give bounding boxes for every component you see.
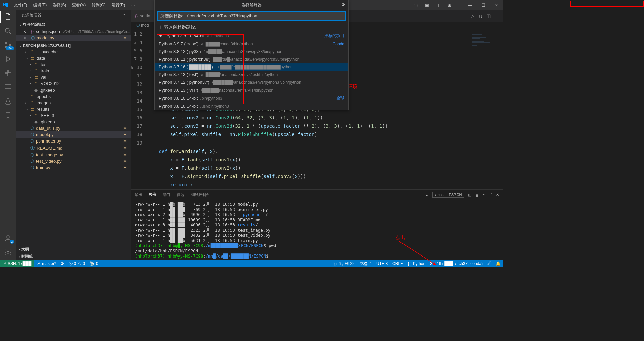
close-icon[interactable]: ✕ — [493, 1, 500, 9]
folder-item[interactable]: ›🗀SRF_3 — [16, 112, 131, 119]
status-sync[interactable]: ⟳ — [58, 261, 66, 266]
workspace-header[interactable]: ⌄ESPCN [SSH: 172.27.62.11] — [16, 42, 131, 49]
minimize-icon[interactable]: — — [466, 1, 474, 9]
quickpick-item[interactable]: Python 3.8.10 64-bit/usr/bin/python3 — [155, 102, 348, 110]
tab-settings[interactable]: {}settin — [131, 10, 154, 22]
folder-item[interactable]: ›🗀val — [16, 74, 131, 80]
folder-item[interactable]: ›🗀test — [16, 61, 131, 68]
more-icon[interactable]: ⋯ — [121, 13, 125, 18]
maximize-icon[interactable]: ☐ — [479, 1, 487, 9]
status-problems[interactable]: ⓧ 0 ⚠ 0 — [66, 261, 87, 267]
extensions-icon[interactable] — [4, 69, 12, 77]
folder-item[interactable]: ⌄🗀results — [16, 106, 131, 112]
menu-edit[interactable]: 编辑(E) — [31, 1, 49, 9]
status-bell-icon[interactable]: 🔔 — [493, 261, 503, 267]
status-feedback-icon[interactable]: ☄ — [485, 261, 493, 267]
account-icon[interactable]: 2 — [4, 234, 12, 242]
quickpick-item[interactable]: Python 3.7.16 ('███████')~/.████/e██████… — [155, 63, 348, 71]
panel-tab-problems[interactable]: 问题 — [177, 192, 184, 197]
quickpick-item[interactable]: Python 3.7.12 ('python37')/███████/anaco… — [155, 78, 348, 86]
menu-file[interactable]: 文件(F) — [11, 1, 30, 9]
close-icon[interactable]: × — [23, 29, 26, 34]
menu-select[interactable]: 选择(S) — [50, 1, 69, 9]
file-item[interactable]: ⬡test_video.pyM — [16, 158, 131, 164]
badge: 2 — [10, 240, 14, 244]
split-editor-icon[interactable]: ◫ — [487, 13, 491, 18]
search-icon[interactable] — [4, 27, 12, 35]
status-ports[interactable]: 📡 0 — [87, 261, 101, 266]
chevron-down-icon[interactable]: ⌄ — [425, 193, 428, 197]
status-remote[interactable]: ⪤ SSH: 17███ — [0, 260, 34, 267]
panel-tab-ports[interactable]: 端口 — [163, 192, 170, 197]
quickpick-enter-path[interactable]: +输入解释器路径... — [155, 23, 348, 32]
source-control-icon[interactable]: 10K — [4, 41, 12, 49]
quickpick-item[interactable]: Python 3.7.13 ('test')/m█████/anaconda3/… — [155, 71, 348, 78]
sidebar-header: 资源管理器 ⋯ — [16, 10, 131, 20]
outline-header[interactable]: ›大纲 — [16, 246, 131, 253]
close-icon[interactable]: × — [23, 35, 26, 41]
trash-icon[interactable]: 🗑 — [475, 193, 479, 197]
folder-item[interactable]: ›🗀__pycache__ — [16, 49, 131, 55]
layout-icon[interactable]: ▢ — [412, 1, 420, 9]
run-icon[interactable]: ▷ — [471, 13, 474, 18]
bookmark-icon[interactable] — [4, 111, 12, 119]
split-icon[interactable]: ⫿⫿ — [478, 13, 483, 18]
settings-gear-icon[interactable] — [4, 248, 12, 257]
run-debug-icon[interactable] — [4, 55, 12, 63]
file-item[interactable]: ⬡model.pyM — [16, 131, 131, 138]
status-encoding[interactable]: UTF-8 — [374, 261, 390, 267]
remote-explorer-icon[interactable] — [4, 83, 12, 91]
split-icon[interactable]: ◫ — [468, 193, 471, 197]
folder-item[interactable]: ›🗀VOC2012 — [16, 80, 131, 87]
folder-item[interactable]: ›🗀epochs — [16, 93, 131, 100]
close-icon[interactable]: ✕ — [496, 193, 499, 197]
status-lang[interactable]: { } Python — [405, 261, 428, 267]
open-editors-header[interactable]: ⌄打开的编辑器 — [16, 21, 131, 28]
file-item[interactable]: ⬡train.pyM — [16, 164, 131, 171]
panel-tab-debug[interactable]: 调试控制台 — [191, 192, 210, 197]
quickpick-item[interactable]: Python 3.9.7 ('base')/m█████conda3/bin/p… — [155, 40, 348, 48]
quickpick-item[interactable]: Python 3.6.13 ('VIT')/██████naconda3/env… — [155, 86, 348, 94]
terminal-content[interactable]: -rw-rw-r-- 1 h█b ██b 713 2月 18 16:53 mod… — [131, 200, 503, 260]
minimap[interactable] — [470, 34, 497, 161]
file-item[interactable]: ◆.gitkeep — [16, 87, 131, 93]
quickpick-item[interactable]: Python 3.8.12 ('py38')/m█████/anaconda3/… — [155, 48, 348, 55]
status-position[interactable]: 行 6，列 22 — [331, 261, 357, 267]
layout-icon[interactable]: ⊞ — [446, 1, 453, 9]
layout-icon[interactable]: ▣ — [423, 1, 431, 9]
chevron-up-icon[interactable]: ˆ — [491, 193, 492, 197]
folder-item[interactable]: ›🗀images — [16, 100, 131, 106]
file-item[interactable]: ⬡psnrmeter.pyM — [16, 138, 131, 144]
menu-view[interactable]: 查看(V) — [69, 1, 88, 9]
explorer-icon[interactable] — [4, 13, 12, 21]
file-item[interactable]: ⓘREADME.mdM — [16, 144, 131, 152]
quickpick-item-star[interactable]: ★Python 3.8.10 64-bit/bin/python3 推荐的项目 — [155, 32, 348, 40]
status-branch[interactable]: ⎇ master* — [34, 261, 58, 266]
testing-icon[interactable] — [4, 97, 12, 105]
vscode-logo-icon — [3, 2, 9, 8]
file-item[interactable]: ◆.gitkeep — [16, 119, 131, 125]
status-eol[interactable]: CRLF — [390, 261, 405, 267]
quickpick-item[interactable]: Python 3.8.11 ('pytorch38')███/da█/anaco… — [155, 55, 348, 63]
open-editor-item[interactable]: ×⬡model.pyM — [16, 35, 131, 41]
open-editor-item[interactable]: ×{}settings.json/C:/Users/17899/AppData/… — [16, 28, 131, 35]
reload-icon[interactable]: ⟳ — [342, 2, 345, 7]
panel-tab-terminal[interactable]: 终端 — [149, 192, 156, 198]
menu-more[interactable]: … — [128, 1, 138, 9]
panel-tab-output[interactable]: 输出 — [135, 192, 142, 197]
status-spaces[interactable]: 空格: 4 — [357, 261, 374, 267]
quickpick-item[interactable]: Python 3.8.10 64-bit/bin/python3全球 — [155, 94, 348, 102]
status-interpreter[interactable]: 3.7.16 ('███Torch37': conda) — [428, 261, 485, 267]
layout-icon[interactable]: ◫ — [434, 1, 442, 9]
folder-item[interactable]: ⌄🗀data — [16, 55, 131, 61]
menu-run[interactable]: 运行(R) — [109, 1, 128, 9]
more-icon[interactable]: ⋯ — [483, 193, 487, 197]
timeline-header[interactable]: ›时间线 — [16, 253, 131, 260]
more-icon[interactable]: ⋯ — [495, 13, 499, 18]
plus-icon[interactable]: + — [419, 193, 421, 197]
file-item[interactable]: ⬡data_utils.pyM — [16, 125, 131, 131]
folder-item[interactable]: ›🗀train — [16, 68, 131, 74]
menu-go[interactable]: 转到(G) — [89, 1, 108, 9]
quickpick-input[interactable]: 所选解释器: ~/.conda/envs/hhbTorch37/bin/pyth… — [157, 11, 346, 21]
file-item[interactable]: ⬡test_image.pyM — [16, 152, 131, 158]
